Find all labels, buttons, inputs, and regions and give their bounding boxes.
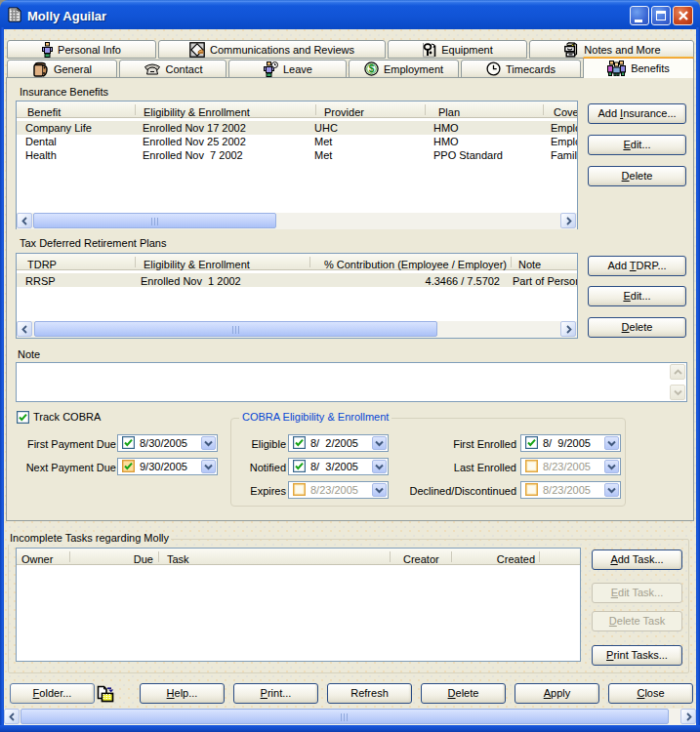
svg-text:$: $ xyxy=(369,63,375,74)
